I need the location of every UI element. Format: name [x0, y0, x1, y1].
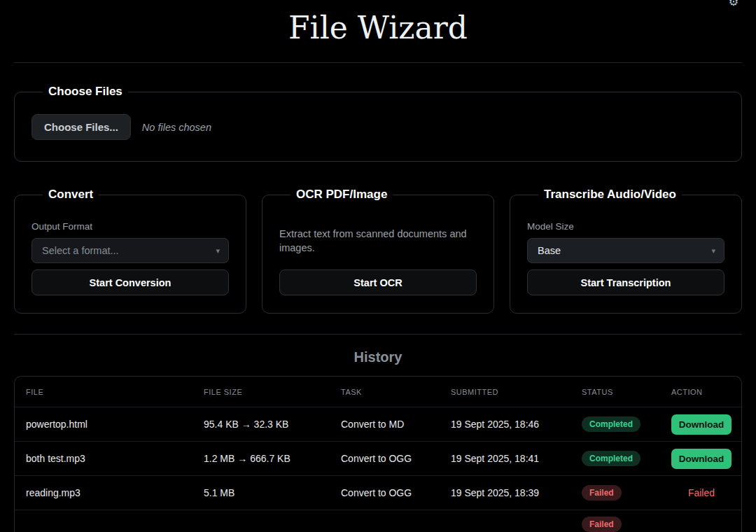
status-badge: Failed — [582, 517, 622, 532]
history-divider — [14, 334, 742, 335]
model-size-label: Model Size — [527, 221, 724, 232]
download-button[interactable]: Download — [671, 414, 732, 435]
table-row: reading.mp3 5.1 MB Convert to OGG 19 Sep… — [15, 475, 741, 510]
model-size-select[interactable]: Base ▾ — [527, 238, 724, 263]
chevron-down-icon: ▾ — [216, 246, 220, 255]
output-format-select-value: Select a format... — [42, 245, 119, 256]
column-header-action: ACTION — [671, 388, 741, 396]
history-table: FILE FILE SIZE TASK SUBMITTED STATUS ACT… — [14, 376, 742, 532]
start-conversion-button[interactable]: Start Conversion — [31, 270, 229, 295]
cell-size: 95.4 KB → 32.3 KB — [204, 419, 341, 430]
column-header-status: STATUS — [582, 388, 671, 396]
column-header-task: TASK — [341, 388, 451, 396]
cell-task: Convert to OGG — [341, 487, 451, 498]
cell-submitted: 19 Sept 2025, 18:41 — [451, 453, 582, 464]
start-transcription-button[interactable]: Start Transcription — [527, 270, 724, 295]
ocr-panel: OCR PDF/Image Extract text from scanned … — [262, 188, 494, 314]
page-title: File Wizard — [14, 0, 742, 46]
gear-icon[interactable]: ⚙ — [729, 0, 738, 8]
app-header: File Wizard ⚙ — [14, 0, 742, 63]
output-format-label: Output Format — [31, 221, 229, 232]
transcribe-panel: Transcribe Audio/Video Model Size Base ▾… — [510, 188, 742, 314]
choose-files-button[interactable]: Choose Files... — [31, 114, 131, 140]
column-header-file: FILE — [26, 388, 204, 396]
history-table-header: FILE FILE SIZE TASK SUBMITTED STATUS ACT… — [15, 377, 741, 407]
tool-panels: Convert Output Format Select a format...… — [14, 188, 742, 314]
cell-file: powertop.html — [26, 419, 204, 430]
table-row: powertop.html 95.4 KB → 32.3 KB Convert … — [15, 407, 741, 441]
status-badge: Completed — [582, 416, 640, 432]
status-badge: Failed — [582, 485, 622, 500]
main-content: Choose Files Choose Files... No files ch… — [14, 85, 742, 532]
status-badge: Completed — [582, 451, 640, 466]
column-header-size: FILE SIZE — [204, 388, 341, 396]
start-ocr-button[interactable]: Start OCR — [279, 270, 477, 295]
column-header-submitted: SUBMITTED — [451, 388, 582, 396]
cell-size: 5.1 MB — [204, 487, 341, 498]
cell-file: both test.mp3 — [26, 453, 204, 464]
cell-submitted: 19 Sept 2025, 18:46 — [451, 419, 582, 430]
choose-files-section: Choose Files Choose Files... No files ch… — [14, 85, 742, 162]
history-title: History — [14, 349, 742, 365]
convert-panel: Convert Output Format Select a format...… — [14, 188, 246, 314]
cell-file: reading.mp3 — [26, 487, 204, 498]
transcribe-legend: Transcribe Audio/Video — [538, 188, 682, 202]
download-button[interactable]: Download — [671, 449, 732, 469]
cell-size: 1.2 MB → 666.7 KB — [204, 453, 341, 464]
ocr-description: Extract text from scanned documents and … — [279, 227, 477, 255]
model-size-select-value: Base — [538, 245, 561, 256]
cell-task: Convert to OGG — [341, 453, 451, 464]
failed-action-text: Failed — [688, 487, 715, 498]
cell-submitted: 19 Sept 2025, 18:39 — [451, 487, 582, 498]
convert-legend: Convert — [43, 188, 99, 202]
table-row: Failed — [15, 510, 741, 532]
table-row: both test.mp3 1.2 MB → 666.7 KB Convert … — [15, 441, 741, 475]
cell-task: Convert to MD — [341, 419, 451, 430]
output-format-select[interactable]: Select a format... ▾ — [31, 238, 229, 263]
no-files-chosen-text: No files chosen — [142, 122, 211, 133]
choose-files-legend: Choose Files — [43, 85, 128, 99]
chevron-down-icon: ▾ — [711, 246, 715, 255]
ocr-legend: OCR PDF/Image — [290, 188, 393, 202]
